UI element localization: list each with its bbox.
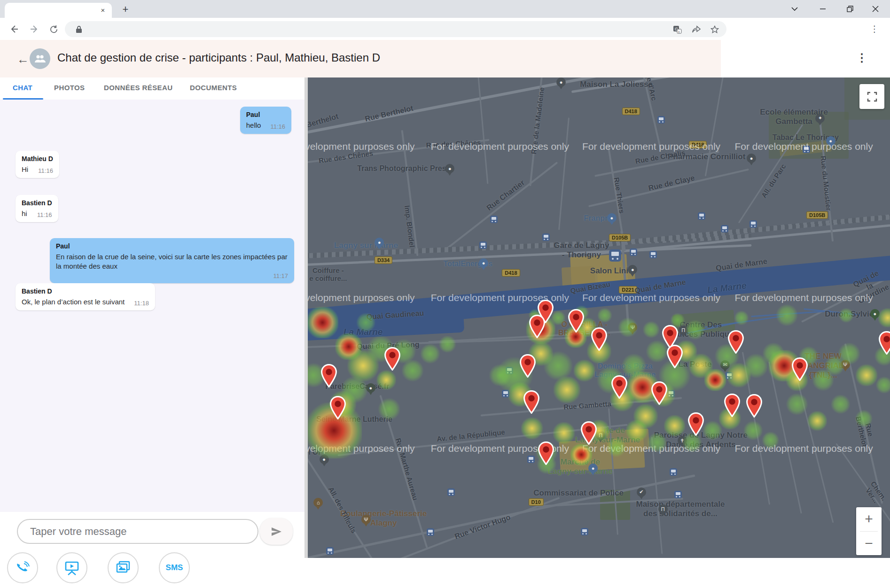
chat-message-list: Paulhello11:16Mathieu DHi11:16Bastien Dh…	[0, 100, 304, 512]
poi-pin: ●	[747, 154, 756, 163]
map-label: Rue Gambetta	[563, 400, 611, 411]
map-watermark: For development purposes only	[308, 443, 415, 454]
map-watermark: For development purposes only	[431, 141, 569, 152]
message-text: Ok, le plan d’action est le suivant	[22, 297, 125, 307]
heatmap-blob	[776, 304, 798, 326]
map-marker[interactable]	[724, 394, 741, 417]
map-marker[interactable]	[666, 345, 683, 368]
bus-stop-icon	[427, 528, 434, 536]
message-text: En raison de la crue de la seine, voici …	[56, 252, 288, 271]
map-label: Commissariat de Police	[533, 488, 624, 498]
bus-stop-icon	[447, 488, 455, 496]
bus-stop-icon	[630, 248, 637, 256]
route-badge: D418	[502, 269, 520, 277]
map-marker[interactable]	[727, 330, 744, 354]
map-marker[interactable]	[651, 381, 668, 405]
poi-pin: Ψ	[841, 360, 850, 369]
map-marker[interactable]	[519, 354, 536, 378]
map-zoom-control: + −	[856, 507, 882, 555]
tab-close-icon[interactable]: ×	[99, 6, 107, 15]
message-author: Paul	[56, 242, 288, 250]
tab-photos[interactable]: PHOTOS	[54, 84, 85, 92]
browser-menu-icon[interactable]: ⋮	[867, 23, 882, 34]
map-marker[interactable]	[568, 309, 585, 333]
map-canvas[interactable]: D418D418D418D334D105BD105BD221D10Maison …	[308, 77, 890, 558]
map-watermark: For development purposes only	[582, 292, 720, 303]
tab-donnees-reseau[interactable]: DONNÉES RÉSEAU	[104, 84, 172, 92]
map-marker[interactable]	[320, 364, 337, 387]
map-marker[interactable]	[687, 412, 704, 436]
tab-search-chevron-icon[interactable]	[784, 0, 805, 18]
map-marker[interactable]	[611, 375, 628, 399]
browser-tab[interactable]: ×	[5, 3, 112, 18]
map-road	[476, 77, 488, 184]
page-title: Chat de gestion de crise - participants …	[57, 51, 380, 64]
message-author: Bastien D	[22, 199, 52, 207]
map-marker[interactable]	[878, 331, 890, 355]
heatmap-blob	[439, 336, 456, 353]
map-marker[interactable]	[791, 357, 808, 381]
screen-share-button[interactable]	[56, 552, 87, 583]
bus-stop-icon	[657, 116, 665, 124]
poi-pin: ●	[320, 455, 329, 464]
window-restore-button[interactable]	[839, 0, 861, 18]
map-road	[705, 77, 726, 176]
map-road	[768, 362, 802, 514]
poi-pin: ✉	[720, 360, 730, 370]
tab-chat[interactable]: CHAT	[13, 84, 32, 92]
map-marker[interactable]	[580, 421, 597, 445]
map-label: Seine Marne Lutherie	[316, 415, 392, 424]
chat-back-button[interactable]: ←	[17, 52, 29, 67]
new-tab-button[interactable]: +	[118, 2, 133, 16]
heatmap-blob	[420, 344, 440, 364]
browser-toolbar: Gx ⋮	[0, 18, 890, 40]
call-button[interactable]	[7, 552, 38, 583]
zoom-out-button[interactable]: −	[856, 532, 882, 556]
poi-pin: Π	[679, 325, 688, 335]
route-badge: D105B	[609, 234, 631, 241]
reload-icon[interactable]	[46, 22, 61, 37]
forward-nav-icon[interactable]	[27, 22, 42, 37]
message-composer[interactable]	[17, 519, 258, 544]
send-button[interactable]	[260, 518, 293, 545]
window-minimize-button[interactable]	[812, 0, 834, 18]
bus-stop-icon	[502, 390, 509, 397]
map-label: Gare de Lagny - Thorigny	[554, 241, 609, 260]
map-marker[interactable]	[591, 327, 608, 351]
app-window: × + Gx	[0, 0, 890, 588]
message-input[interactable]	[29, 525, 238, 538]
message-time: 11:16	[38, 167, 53, 174]
bookmark-star-icon[interactable]	[710, 25, 719, 34]
map-marker[interactable]	[529, 315, 546, 338]
map-marker[interactable]	[746, 394, 763, 418]
message-text: Hi	[22, 165, 28, 174]
send-icon	[270, 526, 283, 537]
gallery-button[interactable]	[108, 552, 139, 583]
tab-documents[interactable]: DOCUMENTS	[190, 84, 237, 92]
map-marker[interactable]	[329, 396, 346, 419]
message-time: 11:18	[134, 300, 149, 307]
map-marker[interactable]	[538, 441, 554, 465]
map-marker[interactable]	[384, 347, 401, 371]
bus-stop-icon	[581, 528, 588, 535]
map-label: La Poste	[678, 360, 711, 369]
map-marker[interactable]	[523, 390, 540, 414]
window-close-button[interactable]	[865, 0, 886, 18]
zoom-in-button[interactable]: +	[856, 507, 882, 531]
heatmap-blob	[831, 395, 851, 414]
share-icon[interactable]	[692, 25, 700, 34]
map-watermark: For development purposes only	[582, 443, 720, 454]
map-watermark: For development purposes only	[735, 292, 873, 303]
chat-bubble: Bastien Dhi11:16	[16, 195, 58, 222]
chat-menu-icon[interactable]: ⋮	[856, 51, 867, 64]
bus-stop-icon	[721, 225, 728, 232]
map-label: Coiffure - e coiffure...	[309, 266, 347, 282]
address-bar[interactable]: Gx	[65, 21, 726, 37]
panel-tabs: CHAT PHOTOS DONNÉES RÉSEAU DOCUMENTS	[0, 77, 304, 100]
translate-icon[interactable]: Gx	[673, 25, 681, 34]
map-fullscreen-button[interactable]	[859, 84, 884, 109]
sms-button[interactable]: SMS	[159, 552, 190, 583]
back-nav-icon[interactable]	[7, 22, 22, 37]
bus-stop-icon	[726, 372, 733, 379]
chat-bubble: PaulEn raison de la crue de la seine, vo…	[50, 238, 294, 283]
